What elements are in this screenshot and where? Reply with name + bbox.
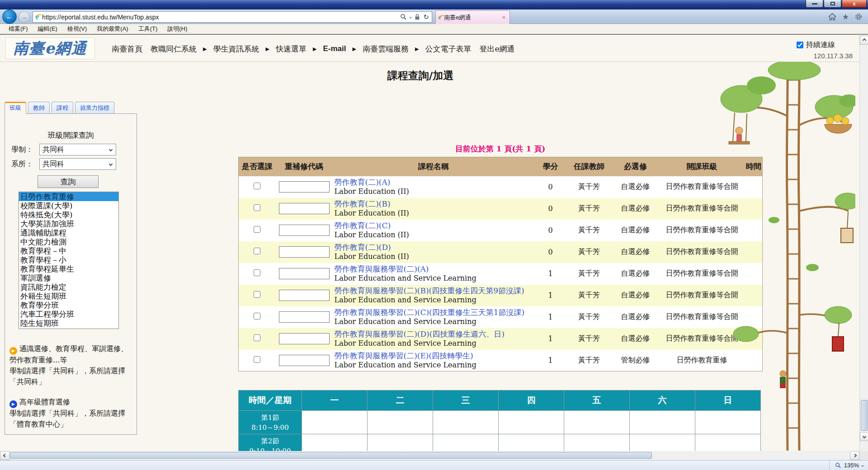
retake-code-input[interactable] bbox=[279, 246, 330, 258]
course-select-checkbox[interactable] bbox=[254, 248, 260, 254]
home-icon[interactable] bbox=[828, 13, 837, 21]
nav-link[interactable]: 學生資訊系統 bbox=[213, 44, 259, 54]
course-link[interactable]: 勞作教育與服務學習(二)(E)(四技轉學生) bbox=[335, 351, 535, 361]
degree-select[interactable]: 共同科 bbox=[39, 144, 116, 155]
course-select-checkbox[interactable] bbox=[254, 356, 260, 363]
vertical-scrollbar-thumb[interactable] bbox=[861, 400, 868, 431]
course-select-checkbox[interactable] bbox=[254, 269, 260, 276]
nav-link[interactable]: 南臺首頁 bbox=[112, 44, 142, 54]
course-link[interactable]: 勞作教育與服務學習(二)(A) bbox=[335, 264, 535, 274]
search-dropdown-icon[interactable] bbox=[410, 16, 412, 19]
list-item[interactable]: 中文能力檢測 bbox=[19, 237, 118, 246]
vertical-scrollbar[interactable] bbox=[859, 36, 868, 451]
course-select-checkbox[interactable] bbox=[254, 291, 260, 298]
nav-link[interactable]: 南臺雲端服務 bbox=[363, 44, 409, 54]
nav-link[interactable]: 快速選單 bbox=[276, 44, 307, 54]
menu-item[interactable]: 編輯(E) bbox=[34, 24, 61, 34]
list-item[interactable]: 特殊抵免(大學) bbox=[19, 210, 118, 219]
select-cell bbox=[239, 306, 276, 328]
department-select[interactable]: 共同科 bbox=[39, 158, 116, 170]
nav-link[interactable]: E-mail bbox=[323, 44, 346, 53]
course-name-cell: 勞作教育與服務學習(二)(D)(四技重修生週六、日)Labor Educatio… bbox=[333, 328, 535, 350]
nav-link[interactable]: 教職同仁系統 bbox=[151, 44, 197, 54]
menu-item[interactable]: 工具(T) bbox=[134, 24, 162, 34]
address-bar[interactable]: e https://eportal.stust.edu.tw/MenuTop.a… bbox=[33, 11, 432, 23]
code-cell bbox=[276, 263, 333, 285]
ie-page-icon: e bbox=[36, 14, 39, 21]
refresh-icon[interactable]: ↻ bbox=[423, 13, 429, 21]
course-select-checkbox[interactable] bbox=[254, 313, 260, 320]
search-button[interactable]: 查詢 bbox=[38, 175, 99, 188]
nav-link[interactable]: 登出e網通 bbox=[479, 44, 514, 54]
menu-item[interactable]: 說明(H) bbox=[163, 24, 191, 34]
close-button[interactable]: x bbox=[842, 0, 867, 8]
course-link[interactable]: 勞作教育(二)(A) bbox=[335, 178, 535, 187]
search-icon[interactable] bbox=[400, 14, 407, 20]
browser-tab[interactable]: e 南臺e網通 × bbox=[435, 10, 510, 24]
sidebar-tab-3[interactable]: 就業力指標 bbox=[75, 102, 114, 114]
forward-button[interactable]: → bbox=[19, 11, 30, 23]
minimize-button[interactable] bbox=[806, 0, 823, 8]
course-link[interactable]: 勞作教育與服務學習(二)(B)(四技重修生四天第9節沒課) bbox=[335, 286, 535, 296]
retake-code-input[interactable] bbox=[279, 311, 330, 323]
sidebar-tab-2[interactable]: 課程 bbox=[52, 102, 73, 114]
horizontal-scrollbar[interactable] bbox=[0, 451, 859, 460]
course-link[interactable]: 勞作教育(二)(C) bbox=[335, 221, 535, 230]
menu-item[interactable]: 檔案(F) bbox=[5, 24, 32, 34]
list-item[interactable]: 軍訓選修 bbox=[19, 273, 118, 282]
retake-code-input[interactable] bbox=[279, 333, 330, 344]
list-item[interactable]: 外籍生短期班 bbox=[19, 291, 118, 301]
retake-code-input[interactable] bbox=[279, 203, 330, 214]
settings-gear-icon[interactable] bbox=[854, 13, 863, 21]
retake-code-input[interactable] bbox=[279, 225, 330, 236]
list-item[interactable]: 陸生短期班 bbox=[19, 319, 118, 328]
list-item[interactable]: 日勞作教育重修 bbox=[19, 192, 118, 201]
course-link[interactable]: 勞作教育(二)(B) bbox=[335, 199, 535, 209]
teacher-cell: 黃千芳 bbox=[566, 328, 612, 350]
list-item[interactable]: 教育學分班 bbox=[19, 301, 118, 310]
list-item[interactable]: 大學英語加強班 bbox=[19, 219, 118, 228]
credits-cell: 0 bbox=[535, 220, 566, 241]
scroll-up-button[interactable] bbox=[860, 36, 868, 45]
list-item[interactable]: 教育學程延畢生 bbox=[19, 264, 118, 273]
scroll-right-button[interactable] bbox=[850, 451, 859, 460]
retake-code-input[interactable] bbox=[279, 355, 330, 366]
list-item[interactable]: 教育學程－小 bbox=[19, 255, 118, 264]
list-item[interactable]: 資訊能力檢定 bbox=[19, 282, 118, 291]
url-text[interactable]: https://eportal.stust.edu.tw/MenuTop.asp… bbox=[42, 14, 400, 21]
zoom-dropdown-icon[interactable] bbox=[861, 464, 864, 467]
select-cell bbox=[239, 328, 276, 350]
list-item[interactable]: 教育學程－中 bbox=[19, 246, 118, 255]
course-select-checkbox[interactable] bbox=[254, 226, 260, 233]
menu-bar: 檔案(F)編輯(E)檢視(V)我的最愛(A)工具(T)說明(H) bbox=[0, 24, 868, 35]
keep-alive-checkbox[interactable] bbox=[797, 42, 803, 48]
sidebar-tab-0[interactable]: 班級 bbox=[5, 102, 26, 114]
course-select-checkbox[interactable] bbox=[254, 334, 260, 341]
scroll-down-button[interactable] bbox=[860, 432, 868, 441]
course-link[interactable]: 勞作教育與服務學習(二)(D)(四技重修生週六、日) bbox=[335, 329, 535, 339]
zoom-control[interactable]: 135% bbox=[829, 461, 863, 470]
horizontal-scrollbar-thumb[interactable] bbox=[10, 452, 652, 459]
restore-button[interactable] bbox=[824, 0, 841, 8]
sidebar-tab-1[interactable]: 教師 bbox=[28, 102, 50, 114]
retake-code-input[interactable] bbox=[279, 290, 330, 301]
course-link[interactable]: 勞作教育(二)(D) bbox=[335, 243, 535, 252]
retake-code-input[interactable] bbox=[279, 181, 330, 193]
favorites-star-icon[interactable]: ★ bbox=[842, 13, 849, 21]
site-logo[interactable]: 南臺e網通 bbox=[5, 38, 95, 59]
course-select-checkbox[interactable] bbox=[254, 183, 260, 189]
tab-close-icon[interactable]: × bbox=[500, 14, 507, 21]
scroll-left-button[interactable] bbox=[0, 451, 9, 460]
retake-code-input[interactable] bbox=[279, 268, 330, 279]
menu-item[interactable]: 我的最愛(A) bbox=[93, 24, 132, 34]
menu-item[interactable]: 檢視(V) bbox=[63, 24, 91, 34]
list-item[interactable]: 校際選課(大學) bbox=[19, 201, 118, 210]
lock-icon[interactable] bbox=[414, 14, 420, 20]
nav-link[interactable]: 公文電子表單 bbox=[425, 44, 471, 54]
list-item[interactable]: 通識輔助課程 bbox=[19, 228, 118, 237]
course-select-checkbox[interactable] bbox=[254, 204, 260, 211]
course-name-cell: 勞作教育與服務學習(二)(E)(四技轉學生)Labor Education an… bbox=[333, 350, 535, 371]
course-link[interactable]: 勞作教育與服務學習(二)(C)(四技重修生三天第1節沒課) bbox=[335, 308, 535, 317]
list-item[interactable]: 汽車工程學分班 bbox=[19, 310, 118, 319]
back-button[interactable]: ← bbox=[2, 9, 17, 24]
